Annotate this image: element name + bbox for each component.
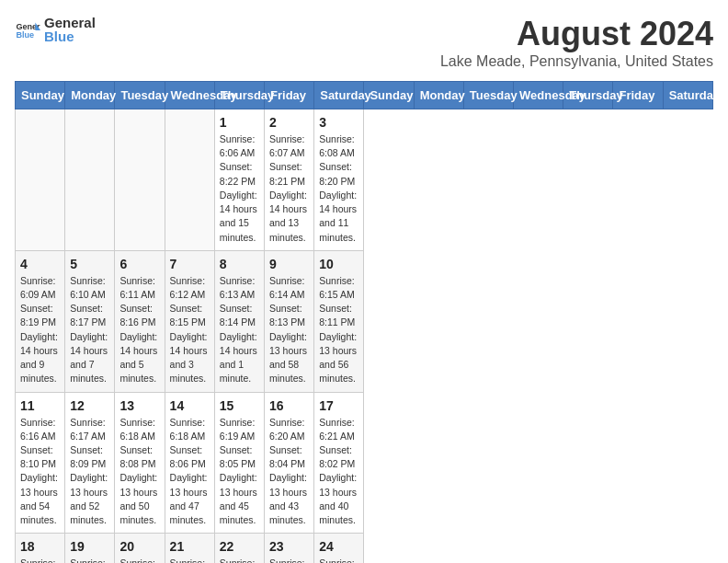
day-header-saturday: Saturday <box>314 82 364 109</box>
day-header-tuesday: Tuesday <box>115 82 165 109</box>
day-number: 14 <box>170 398 210 413</box>
calendar-header-row: SundayMondayTuesdayWednesdayThursdayFrid… <box>16 82 713 109</box>
day-number: 15 <box>220 398 259 413</box>
day-number: 3 <box>319 115 358 130</box>
day-info: Sunrise: 6:27 AM Sunset: 7:54 PM Dayligh… <box>269 557 309 563</box>
day-number: 10 <box>319 257 358 271</box>
day-info: Sunrise: 6:21 AM Sunset: 8:02 PM Dayligh… <box>319 416 358 528</box>
day-header-wednesday: Wednesday <box>514 82 563 109</box>
calendar-cell <box>165 109 214 251</box>
day-number: 21 <box>170 539 210 554</box>
day-header-monday: Monday <box>65 82 115 109</box>
calendar-cell: 6Sunrise: 6:11 AM Sunset: 8:16 PM Daylig… <box>115 250 165 392</box>
calendar-week-row: 11Sunrise: 6:16 AM Sunset: 8:10 PM Dayli… <box>16 392 713 534</box>
day-info: Sunrise: 6:12 AM Sunset: 8:15 PM Dayligh… <box>170 274 210 386</box>
day-header-sunday: Sunday <box>364 82 414 109</box>
calendar-cell: 8Sunrise: 6:13 AM Sunset: 8:14 PM Daylig… <box>214 250 264 392</box>
day-info: Sunrise: 6:07 AM Sunset: 8:21 PM Dayligh… <box>269 132 309 245</box>
day-info: Sunrise: 6:23 AM Sunset: 7:59 PM Dayligh… <box>70 557 109 563</box>
calendar-cell: 20Sunrise: 6:24 AM Sunset: 7:58 PM Dayli… <box>115 534 165 563</box>
day-number: 24 <box>319 539 358 554</box>
day-header-wednesday: Wednesday <box>165 82 214 109</box>
calendar-cell: 24Sunrise: 6:28 AM Sunset: 7:52 PM Dayli… <box>314 534 364 563</box>
calendar-cell: 10Sunrise: 6:15 AM Sunset: 8:11 PM Dayli… <box>314 250 364 392</box>
logo-icon: General Blue <box>15 17 40 43</box>
day-info: Sunrise: 6:10 AM Sunset: 8:17 PM Dayligh… <box>70 274 109 386</box>
day-number: 7 <box>170 257 210 271</box>
calendar-cell: 12Sunrise: 6:17 AM Sunset: 8:09 PM Dayli… <box>65 392 115 534</box>
page-header: General Blue General Blue August 2024 La… <box>15 15 713 70</box>
calendar-cell: 11Sunrise: 6:16 AM Sunset: 8:10 PM Dayli… <box>16 392 65 534</box>
day-info: Sunrise: 6:14 AM Sunset: 8:13 PM Dayligh… <box>269 274 309 386</box>
day-header-friday: Friday <box>265 82 314 109</box>
day-info: Sunrise: 6:20 AM Sunset: 8:04 PM Dayligh… <box>269 416 309 528</box>
calendar-cell: 21Sunrise: 6:25 AM Sunset: 7:56 PM Dayli… <box>165 534 214 563</box>
day-number: 17 <box>319 398 358 413</box>
day-info: Sunrise: 6:19 AM Sunset: 8:05 PM Dayligh… <box>220 416 259 528</box>
day-info: Sunrise: 6:24 AM Sunset: 7:58 PM Dayligh… <box>119 557 159 563</box>
day-number: 13 <box>119 398 159 413</box>
calendar-cell: 4Sunrise: 6:09 AM Sunset: 8:19 PM Daylig… <box>16 250 65 392</box>
calendar-cell: 13Sunrise: 6:18 AM Sunset: 8:08 PM Dayli… <box>115 392 165 534</box>
day-number: 12 <box>70 398 109 413</box>
day-number: 20 <box>119 539 159 554</box>
calendar-cell: 17Sunrise: 6:21 AM Sunset: 8:02 PM Dayli… <box>314 392 364 534</box>
day-info: Sunrise: 6:13 AM Sunset: 8:14 PM Dayligh… <box>220 274 259 386</box>
day-header-thursday: Thursday <box>563 82 613 109</box>
day-number: 18 <box>20 539 60 554</box>
day-header-thursday: Thursday <box>214 82 264 109</box>
day-header-monday: Monday <box>414 82 463 109</box>
calendar-cell: 3Sunrise: 6:08 AM Sunset: 8:20 PM Daylig… <box>314 109 364 251</box>
calendar-cell: 18Sunrise: 6:22 AM Sunset: 8:01 PM Dayli… <box>16 534 65 563</box>
calendar-cell: 22Sunrise: 6:26 AM Sunset: 7:55 PM Dayli… <box>214 534 264 563</box>
day-header-tuesday: Tuesday <box>463 82 513 109</box>
calendar-cell <box>115 109 165 251</box>
calendar-cell: 5Sunrise: 6:10 AM Sunset: 8:17 PM Daylig… <box>65 250 115 392</box>
calendar-cell: 23Sunrise: 6:27 AM Sunset: 7:54 PM Dayli… <box>265 534 314 563</box>
day-number: 6 <box>119 257 159 271</box>
day-number: 4 <box>20 257 60 271</box>
day-info: Sunrise: 6:17 AM Sunset: 8:09 PM Dayligh… <box>70 416 109 528</box>
day-number: 8 <box>220 257 259 271</box>
day-header-saturday: Saturday <box>663 82 712 109</box>
day-info: Sunrise: 6:16 AM Sunset: 8:10 PM Dayligh… <box>20 416 60 528</box>
day-number: 22 <box>220 539 259 554</box>
main-title: August 2024 <box>440 15 713 53</box>
calendar-cell <box>65 109 115 251</box>
day-info: Sunrise: 6:09 AM Sunset: 8:19 PM Dayligh… <box>20 274 60 386</box>
day-number: 23 <box>269 539 309 554</box>
day-info: Sunrise: 6:06 AM Sunset: 8:22 PM Dayligh… <box>220 132 259 245</box>
calendar-week-row: 1Sunrise: 6:06 AM Sunset: 8:22 PM Daylig… <box>16 109 713 251</box>
calendar-week-row: 4Sunrise: 6:09 AM Sunset: 8:19 PM Daylig… <box>16 250 713 392</box>
logo: General Blue General Blue <box>15 15 96 45</box>
svg-text:Blue: Blue <box>16 30 34 40</box>
day-info: Sunrise: 6:26 AM Sunset: 7:55 PM Dayligh… <box>220 557 259 563</box>
day-number: 9 <box>269 257 309 271</box>
calendar-cell: 9Sunrise: 6:14 AM Sunset: 8:13 PM Daylig… <box>265 250 314 392</box>
day-info: Sunrise: 6:18 AM Sunset: 8:06 PM Dayligh… <box>170 416 210 528</box>
calendar-cell: 7Sunrise: 6:12 AM Sunset: 8:15 PM Daylig… <box>165 250 214 392</box>
day-number: 1 <box>220 115 259 130</box>
day-number: 2 <box>269 115 309 130</box>
day-info: Sunrise: 6:18 AM Sunset: 8:08 PM Dayligh… <box>119 416 159 528</box>
day-number: 11 <box>20 398 60 413</box>
day-header-friday: Friday <box>613 82 663 109</box>
calendar-table: SundayMondayTuesdayWednesdayThursdayFrid… <box>15 81 713 563</box>
day-info: Sunrise: 6:08 AM Sunset: 8:20 PM Dayligh… <box>319 132 358 245</box>
calendar-cell: 15Sunrise: 6:19 AM Sunset: 8:05 PM Dayli… <box>214 392 264 534</box>
calendar-cell <box>16 109 65 251</box>
day-number: 16 <box>269 398 309 413</box>
day-info: Sunrise: 6:15 AM Sunset: 8:11 PM Dayligh… <box>319 274 358 386</box>
calendar-cell: 19Sunrise: 6:23 AM Sunset: 7:59 PM Dayli… <box>65 534 115 563</box>
day-number: 19 <box>70 539 109 554</box>
day-info: Sunrise: 6:28 AM Sunset: 7:52 PM Dayligh… <box>319 557 358 563</box>
calendar-cell: 2Sunrise: 6:07 AM Sunset: 8:21 PM Daylig… <box>265 109 314 251</box>
day-info: Sunrise: 6:22 AM Sunset: 8:01 PM Dayligh… <box>20 557 60 563</box>
calendar-cell: 16Sunrise: 6:20 AM Sunset: 8:04 PM Dayli… <box>265 392 314 534</box>
subtitle: Lake Meade, Pennsylvania, United States <box>440 53 713 70</box>
calendar-week-row: 18Sunrise: 6:22 AM Sunset: 8:01 PM Dayli… <box>16 534 713 563</box>
calendar-cell: 14Sunrise: 6:18 AM Sunset: 8:06 PM Dayli… <box>165 392 214 534</box>
day-number: 5 <box>70 257 109 271</box>
day-info: Sunrise: 6:11 AM Sunset: 8:16 PM Dayligh… <box>119 274 159 386</box>
calendar-cell: 1Sunrise: 6:06 AM Sunset: 8:22 PM Daylig… <box>214 109 264 251</box>
